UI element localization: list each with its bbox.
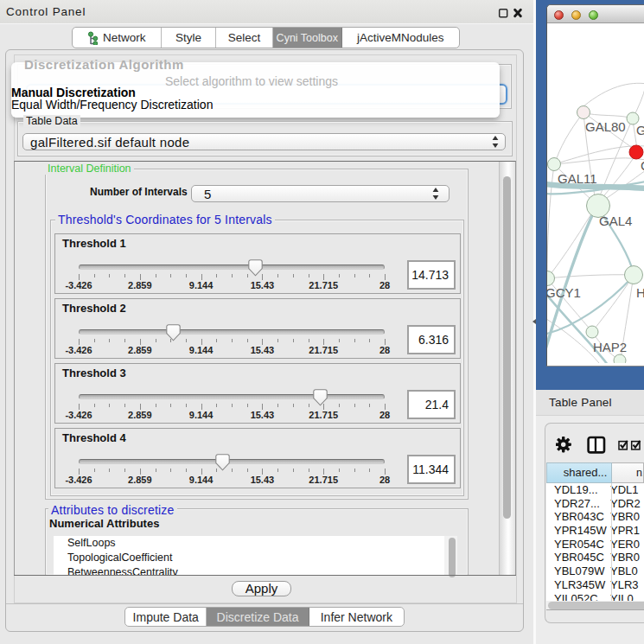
- svg-text:C: C: [641, 158, 644, 173]
- svg-text:GAL4: GAL4: [599, 214, 632, 228]
- svg-text:GCY1: GCY1: [547, 285, 581, 300]
- svg-text:HAP2: HAP2: [593, 340, 627, 354]
- svg-text:GAL11: GAL11: [558, 171, 597, 186]
- svg-text:H: H: [636, 285, 644, 300]
- svg-text:G.: G.: [636, 123, 644, 137]
- svg-text:GAL80: GAL80: [585, 119, 626, 134]
